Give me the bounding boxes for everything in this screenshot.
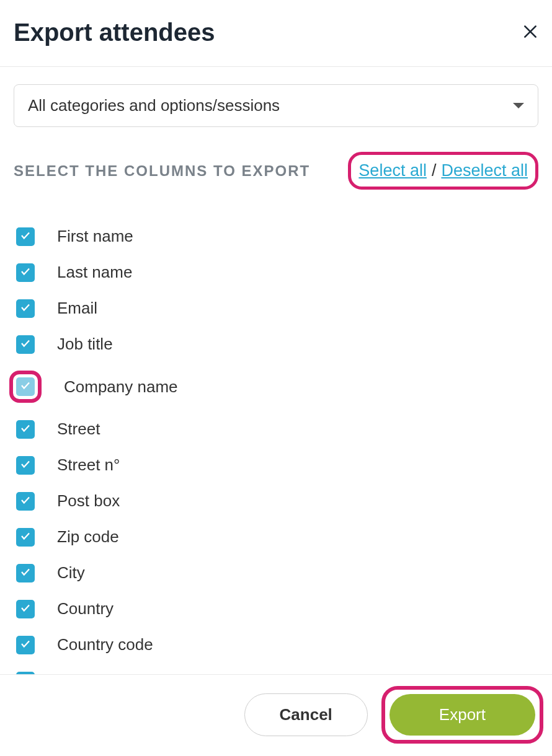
list-item: Company name: [16, 371, 538, 403]
checkbox-label: Street: [57, 420, 100, 439]
checkbox-highlight: [9, 371, 42, 403]
modal-footer: Cancel Export: [0, 674, 552, 756]
list-item: Email: [16, 299, 538, 318]
list-item: First name: [16, 227, 538, 246]
check-icon: [20, 266, 31, 279]
section-title: SELECT THE COLUMNS TO EXPORT: [14, 162, 310, 180]
checkbox[interactable]: [16, 227, 35, 246]
select-links-highlight: Select all / Deselect all: [348, 152, 538, 190]
check-icon: [20, 494, 31, 508]
columns-list: First nameLast nameEmailJob titleCompany…: [16, 227, 538, 690]
check-icon: [20, 423, 31, 436]
check-icon: [20, 459, 31, 472]
checkbox[interactable]: [16, 528, 35, 547]
modal-content: All categories and options/sessions SELE…: [0, 67, 552, 690]
checkbox[interactable]: [16, 299, 35, 318]
list-item: Country: [16, 599, 538, 618]
checkbox-label: Post box: [57, 491, 120, 511]
checkbox[interactable]: [16, 335, 35, 354]
checkbox-label: Last name: [57, 263, 132, 282]
checkbox[interactable]: [16, 456, 35, 475]
check-icon: [20, 338, 31, 351]
list-item: City: [16, 563, 538, 582]
checkbox[interactable]: [16, 564, 35, 582]
checkbox-label: First name: [57, 227, 133, 246]
check-icon: [20, 530, 31, 544]
check-icon: [20, 566, 31, 580]
checkbox[interactable]: [16, 492, 35, 511]
close-icon: [522, 22, 538, 44]
checkbox-label: Zip code: [57, 527, 119, 547]
checkbox-label: Country: [57, 599, 114, 618]
select-all-link[interactable]: Select all: [358, 161, 427, 180]
check-icon: [20, 230, 31, 244]
columns-section-header: SELECT THE COLUMNS TO EXPORT Select all …: [14, 152, 538, 190]
check-icon: [20, 638, 31, 652]
list-item: Street: [16, 420, 538, 439]
dropdown-selected-value: All categories and options/sessions: [28, 96, 280, 115]
list-item: Street n°: [16, 455, 538, 475]
export-button[interactable]: Export: [390, 694, 535, 736]
cancel-button[interactable]: Cancel: [244, 693, 368, 736]
checkbox[interactable]: [16, 600, 35, 618]
category-dropdown[interactable]: All categories and options/sessions: [14, 84, 538, 127]
chevron-down-icon: [513, 103, 524, 108]
export-button-highlight: Export: [381, 686, 543, 744]
checkbox-label: Email: [57, 299, 97, 318]
checkbox[interactable]: [16, 377, 35, 396]
list-item: Post box: [16, 491, 538, 511]
modal-header: Export attendees: [0, 0, 552, 67]
check-icon: [20, 602, 31, 616]
check-icon: [20, 302, 31, 315]
checkbox[interactable]: [16, 263, 35, 282]
deselect-all-link[interactable]: Deselect all: [441, 161, 528, 180]
close-button[interactable]: [522, 23, 538, 43]
modal-title: Export attendees: [14, 19, 215, 46]
list-item: Job title: [16, 335, 538, 354]
checkbox-label: Country code: [57, 635, 153, 654]
checkbox-label: Street n°: [57, 455, 120, 475]
checkbox-label: Company name: [64, 377, 178, 397]
list-item: Last name: [16, 263, 538, 282]
check-icon: [20, 380, 31, 393]
list-item: Country code: [16, 635, 538, 654]
link-separator: /: [432, 161, 437, 180]
checkbox-label: City: [57, 563, 85, 582]
list-item: Zip code: [16, 527, 538, 547]
checkbox[interactable]: [16, 636, 35, 654]
checkbox[interactable]: [16, 420, 35, 439]
checkbox-label: Job title: [57, 335, 113, 354]
